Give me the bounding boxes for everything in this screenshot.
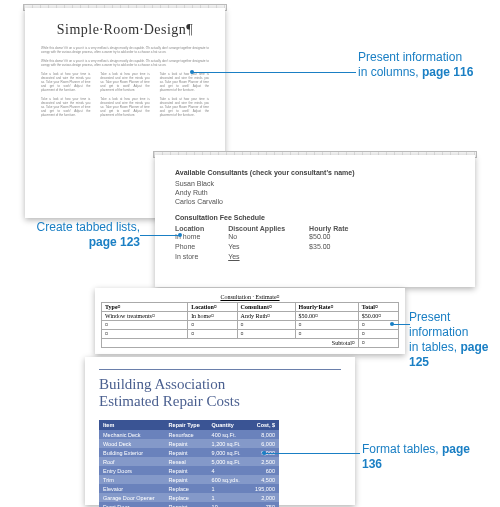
page-ref: page 116 — [422, 65, 473, 79]
callout-line — [264, 453, 360, 454]
estimate-table: Type¤Location¤Consultant¤Hourly·Rate¤Tot… — [101, 302, 399, 348]
col-location: Location — [175, 225, 228, 232]
callout-dot — [190, 70, 194, 74]
subtotal-label: Subtotal¤ — [102, 339, 359, 348]
document-repair-costs: Building Association Estimated Repair Co… — [85, 357, 355, 505]
doc4-title-1: Building Association — [99, 376, 341, 393]
callout-tabbed-lists: Create tabbed lists, page 123 — [15, 220, 140, 250]
callout-format-tables: Format tables, page 136 — [362, 442, 482, 472]
doc1-col6: Take a look at how your time is decorate… — [160, 97, 209, 117]
callout-tables: Present information in tables, page 125 — [409, 310, 494, 370]
page-ref: page 123 — [89, 235, 140, 249]
callout-dot — [178, 233, 182, 237]
callout-dot — [262, 451, 266, 455]
document-estimate-table: Consultation · Estimate¤ Type¤Location¤C… — [95, 288, 405, 354]
callout-columns: Present information in columns, page 116 — [358, 50, 488, 80]
doc1-col4: Take a look at how your time is decorate… — [41, 97, 90, 117]
callout-dot — [390, 322, 394, 326]
callout-line — [140, 235, 180, 236]
repair-table: ItemRepair TypeQuantityCost, $ Mechanic … — [99, 420, 279, 507]
fee-schedule-table: Location Discount Applies Hourly Rate In… — [175, 225, 372, 262]
consultant-name: Susan Black — [175, 179, 455, 188]
doc2-header: Available Consultants (check your consul… — [175, 169, 455, 176]
doc1-intro2: While this doesn't fit on a your it is a… — [41, 59, 209, 67]
consultant-name: Carlos Carvallo — [175, 197, 455, 206]
doc4-title-2: Estimated Repair Costs — [99, 393, 341, 410]
document-consultants: Available Consultants (check your consul… — [155, 155, 475, 287]
doc1-columns-2: Take a look at how your time is decorate… — [41, 97, 209, 117]
doc1-col5: Take a look at how your time is decorate… — [100, 97, 149, 117]
header-rule — [99, 369, 341, 370]
callout-line — [392, 324, 410, 325]
consultant-name: Andy Ruth — [175, 188, 455, 197]
doc3-title: Consultation · Estimate¤ — [101, 294, 399, 300]
doc1-col3: Take a look at how your time is decorate… — [160, 72, 209, 92]
col-rate: Hourly Rate — [309, 225, 372, 232]
doc1-col2: Take a look at how your time is decorate… — [100, 72, 149, 92]
callout-line — [192, 72, 356, 73]
doc1-col1: Take a look at how your time is decorate… — [41, 72, 90, 92]
col-discount: Discount Applies — [228, 225, 309, 232]
doc1-intro: While this doesn't fit on a your it is a… — [41, 46, 209, 54]
doc2-subheader: Consultation Fee Schedule — [175, 214, 455, 221]
doc1-columns: Take a look at how your time is decorate… — [41, 72, 209, 92]
doc1-title: Simple·Room·Design¶ — [25, 22, 225, 38]
